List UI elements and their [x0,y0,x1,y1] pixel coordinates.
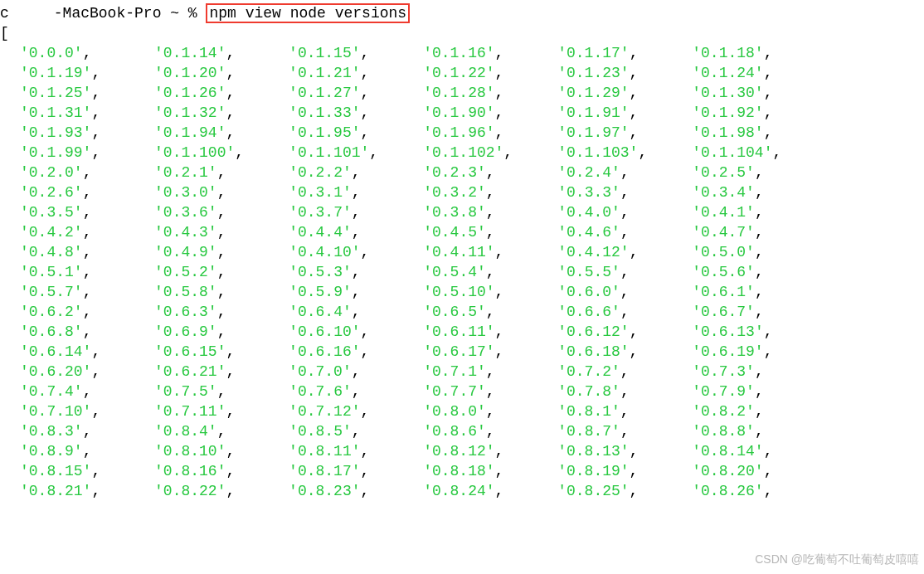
version-row: '0.1.93', '0.1.94', '0.1.95', '0.1.96', … [20,123,924,143]
version-row: '0.6.2', '0.6.3', '0.6.4', '0.6.5', '0.6… [20,302,924,322]
version-row: '0.1.25', '0.1.26', '0.1.27', '0.1.28', … [20,83,924,103]
version-row: '0.4.8', '0.4.9', '0.4.10', '0.4.11', '0… [20,242,924,262]
version-row: '0.4.2', '0.4.3', '0.4.4', '0.4.5', '0.4… [20,222,924,242]
version-row: '0.1.31', '0.1.32', '0.1.33', '0.1.90', … [20,103,924,123]
command-text: npm view node versions [209,5,406,22]
version-row: '0.8.21', '0.8.22', '0.8.23', '0.8.24', … [20,481,924,501]
version-row: '0.8.3', '0.8.4', '0.8.5', '0.8.6', '0.8… [20,421,924,441]
version-row: '0.2.0', '0.2.1', '0.2.2', '0.2.3', '0.2… [20,163,924,182]
version-row: '0.6.14', '0.6.15', '0.6.16', '0.6.17', … [20,342,924,362]
version-row: '0.6.20', '0.6.21', '0.7.0', '0.7.1', '0… [20,362,924,382]
version-row: '0.8.15', '0.8.16', '0.8.17', '0.8.18', … [20,461,924,481]
version-row: '0.8.9', '0.8.10', '0.8.11', '0.8.12', '… [20,441,924,461]
version-row: '0.1.19', '0.1.20', '0.1.21', '0.1.22', … [20,63,924,83]
version-row: '0.2.6', '0.3.0', '0.3.1', '0.3.2', '0.3… [20,182,924,202]
prompt-prefix-char: c [0,5,9,22]
version-row: '0.7.10', '0.7.11', '0.7.12', '0.8.0', '… [20,401,924,421]
terminal-prompt-line: cxxxxx-MacBook-Pro ~ % npm view node ver… [0,3,924,23]
version-row: '0.5.7', '0.5.8', '0.5.9', '0.5.10', '0.… [20,282,924,302]
version-row: '0.5.1', '0.5.2', '0.5.3', '0.5.4', '0.5… [20,262,924,282]
prompt-host-path: -MacBook-Pro ~ % [54,5,197,22]
versions-list: '0.0.0', '0.1.14', '0.1.15', '0.1.16', '… [0,43,924,501]
version-row: '0.0.0', '0.1.14', '0.1.15', '0.1.16', '… [20,43,924,63]
array-open-bracket: [ [0,23,924,43]
version-row: '0.7.4', '0.7.5', '0.7.6', '0.7.7', '0.7… [20,382,924,401]
highlighted-command-box: npm view node versions [206,3,410,23]
version-row: '0.3.5', '0.3.6', '0.3.7', '0.3.8', '0.4… [20,202,924,222]
prompt-blurred-user: xxxxx [9,3,54,23]
version-row: '0.6.8', '0.6.9', '0.6.10', '0.6.11', '0… [20,322,924,342]
version-row: '0.1.99', '0.1.100', '0.1.101', '0.1.102… [20,143,924,163]
watermark-text: CSDN @吃葡萄不吐葡萄皮嘻嘻 [755,549,919,569]
